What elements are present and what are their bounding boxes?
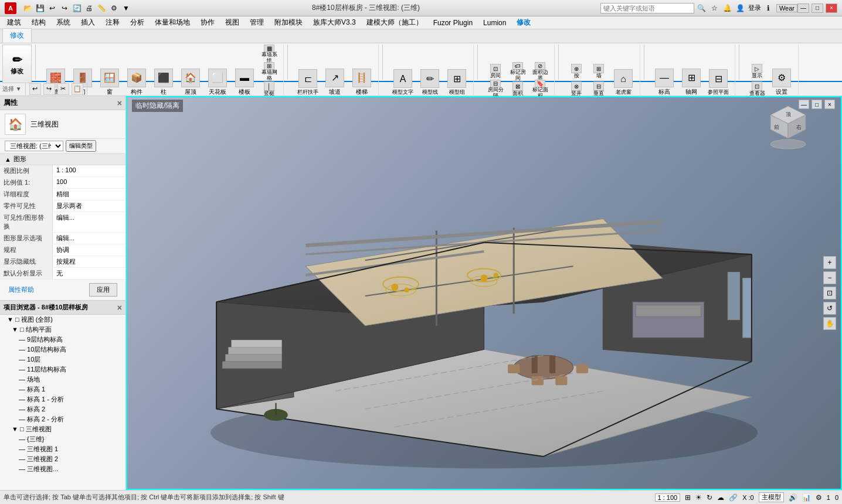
zoom-in-button[interactable]: + (823, 256, 836, 269)
zoom-fit-button[interactable]: ⊡ (823, 287, 836, 299)
rotate-button[interactable]: ↺ (823, 302, 836, 315)
qa-redo-icon[interactable]: ↪ (59, 3, 70, 13)
menu-charu[interactable]: 插入 (76, 16, 100, 29)
star-icon[interactable]: ☆ (709, 3, 720, 13)
btn-chuang[interactable]: 🪟 窗 (97, 62, 123, 97)
sun-icon[interactable]: ☀ (695, 493, 702, 502)
btn-zhumeng[interactable]: │ 竖梃 (259, 81, 280, 97)
btn-chuizhi[interactable]: ⊟ 垂直 (588, 81, 609, 97)
project-browser-close-button[interactable]: × (117, 303, 122, 312)
cloud-icon[interactable]: ☁ (717, 493, 724, 502)
menu-guanli[interactable]: 管理 (245, 16, 269, 29)
tree-3d-2[interactable]: — 三维视图 2 (0, 454, 125, 464)
prop-value-4[interactable]: 编辑... (53, 212, 125, 232)
btn-muqiang-wangge[interactable]: ⊞ 幕墙网格 (259, 63, 280, 80)
pan-button[interactable]: ✋ (823, 317, 836, 330)
prop-help-link[interactable]: 属性帮助 (4, 284, 39, 296)
section-header-graph[interactable]: ▲ 图形 (0, 154, 125, 165)
qa-arrow-icon[interactable]: ▼ (121, 3, 131, 13)
menu-titi[interactable]: 体量和场地 (150, 16, 195, 29)
edit-type-button[interactable]: 编辑类型 (66, 140, 96, 152)
btn-show[interactable]: ▷ 显示 (746, 63, 768, 80)
tree-biaogao1-fenxi[interactable]: — 标高 1 - 分析 (0, 394, 125, 404)
btn-viewer[interactable]: ⊡ 查看器 (746, 81, 768, 97)
tool-btn-3[interactable]: ✂ (57, 83, 69, 95)
tree-9ceng[interactable]: — 9层结构标高 (0, 335, 125, 345)
search-input[interactable] (600, 3, 694, 13)
qa-settings-icon[interactable]: ⚙ (108, 3, 119, 13)
menu-jianmo[interactable]: 建模大师（施工） (362, 16, 427, 29)
maximize-button[interactable]: □ (812, 4, 823, 13)
btn-zhu[interactable]: ⬛ 柱 (151, 62, 176, 97)
tree-3d-default[interactable]: — {三维} (0, 434, 125, 444)
settings-status-icon[interactable]: ⚙ (816, 493, 822, 502)
btn-mianji[interactable]: ⊠ 面积 (507, 81, 528, 97)
tree-biaogao2[interactable]: — 标高 2 (0, 404, 125, 414)
btn-zujing[interactable]: ⊗ 竖井 (566, 81, 587, 97)
login-label[interactable]: 登录 (748, 4, 761, 12)
bell-icon[interactable]: 🔔 (722, 3, 733, 13)
btn-an[interactable]: ⊕ 按 (566, 63, 587, 80)
tree-3d-1[interactable]: — 三维视图 1 (0, 444, 125, 454)
btn-settings[interactable]: ⚙ 设置 (769, 62, 795, 97)
btn-goujian[interactable]: 📦 构件 (124, 62, 150, 97)
tool-btn-2[interactable]: ↪ (43, 83, 55, 95)
menu-fujia[interactable]: 附加模块 (270, 16, 307, 29)
btn-muqiang-xitong[interactable]: ▦ 幕墙系统 (259, 46, 280, 62)
btn-langan[interactable]: ⊏ 栏杆扶手 (295, 62, 321, 97)
menu-lumion[interactable]: Lumion (478, 18, 511, 28)
tool-btn-4[interactable]: 📋 (72, 83, 83, 95)
tree-10ceng[interactable]: — 10层 (0, 355, 125, 365)
btn-dongkou-qiang[interactable]: ⊞ 墙 (588, 63, 609, 80)
tree-3d-more[interactable]: — 三维视图... (0, 464, 125, 474)
tree-11ceng-gao[interactable]: — 11层结构标高 (0, 365, 125, 374)
btn-podao[interactable]: ↗ 坡道 (322, 62, 348, 97)
btn-louti[interactable]: 🪜 楼梯 (349, 62, 375, 97)
qa-save-icon[interactable]: 💾 (35, 3, 45, 13)
tree-changdi[interactable]: — 场地 (0, 374, 125, 384)
menu-shitu[interactable]: 视图 (220, 16, 244, 29)
btn-mianji-bianjie[interactable]: ⊘ 面积边界 (529, 63, 551, 80)
tree-3d-views[interactable]: ▼ □ 三维视图 (0, 424, 125, 434)
menu-xiugai[interactable]: 修改 (512, 16, 535, 29)
btn-wuding[interactable]: 🏠 屋顶 (178, 62, 203, 97)
btn-moxing-zu[interactable]: ⊞ 模型组 (444, 62, 470, 97)
tab-modify[interactable]: 修改 (2, 28, 32, 43)
btn-tianhuaban[interactable]: ⬜ 天花板 (205, 62, 230, 97)
zoom-out-button[interactable]: − (823, 271, 836, 284)
viewport[interactable]: 临时隐藏/隔离 — □ × 顶 前 右 (126, 96, 842, 490)
speaker-icon[interactable]: 🔊 (789, 493, 797, 502)
tree-biaogao1[interactable]: — 标高 1 (0, 384, 125, 394)
properties-close-button[interactable]: × (117, 98, 122, 108)
qa-undo-icon[interactable]: ↩ (47, 3, 57, 13)
modify-button[interactable]: ✏ 修改 (2, 45, 32, 83)
apply-button[interactable]: 应用 (89, 283, 117, 297)
menu-xitong[interactable]: 系统 (52, 16, 75, 29)
menu-zuku[interactable]: 族库大师V3.3 (308, 16, 361, 29)
prop-value-5[interactable]: 编辑... (53, 233, 125, 244)
btn-biaoji-mianji[interactable]: 🔖 标记面积 (529, 81, 551, 97)
rotate-icon[interactable]: ↻ (707, 493, 712, 502)
menu-xiezuo[interactable]: 协作 (196, 16, 219, 29)
info-icon[interactable]: ℹ (763, 3, 774, 13)
btn-fangjian[interactable]: ⊡ 房间 (485, 63, 506, 80)
tree-10ceng-gao[interactable]: — 10层结构标高 (0, 345, 125, 355)
menu-zhushi[interactable]: 注释 (101, 16, 124, 29)
btn-zhouwang[interactable]: ⊞ 轴网 (678, 62, 704, 97)
btn-laohu-chuang[interactable]: ⌂ 老虎窗 (610, 62, 636, 97)
btn-cankao-pingmian[interactable]: ⊟ 参照平面 (705, 62, 731, 97)
btn-moxing-wenzi[interactable]: A 模型文字 (390, 62, 416, 97)
chart-icon[interactable]: 📊 (802, 493, 811, 502)
btn-moxing-xian[interactable]: ✏ 模型线 (417, 62, 443, 97)
menu-fuzor[interactable]: Fuzor Plugin (429, 18, 477, 28)
btn-biaogao[interactable]: — 标高 (651, 62, 677, 97)
qa-sync-icon[interactable]: 🔄 (72, 3, 82, 13)
qa-print-icon[interactable]: 🖨 (84, 3, 94, 13)
search-icon[interactable]: 🔍 (697, 3, 707, 13)
menu-jiegou[interactable]: 结构 (27, 16, 50, 29)
close-button[interactable]: × (826, 4, 837, 13)
menu-fenxi[interactable]: 分析 (125, 16, 149, 29)
btn-fangjian-fenge[interactable]: ⊟ 房间分隔 (485, 81, 506, 97)
btn-loban[interactable]: ▬ 楼板 (232, 62, 257, 97)
qa-measure-icon[interactable]: 📏 (96, 3, 107, 13)
